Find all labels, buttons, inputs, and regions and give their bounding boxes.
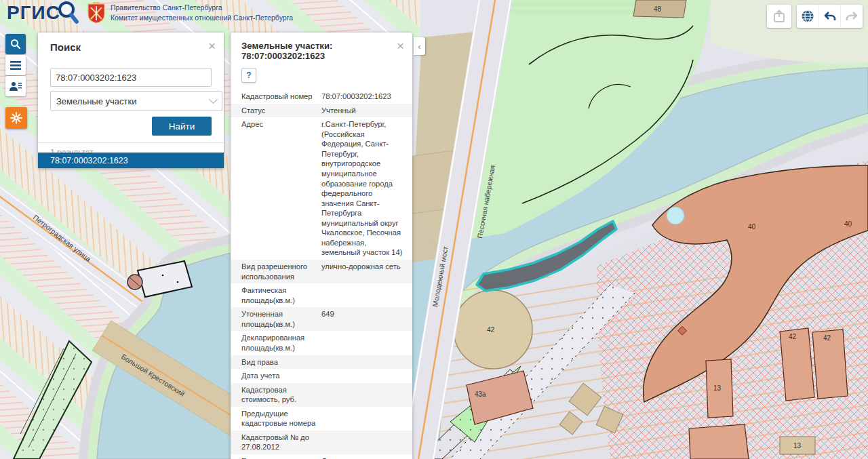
- rgis-app: 48 40 40 42: [0, 0, 868, 459]
- building-label: 43а: [475, 391, 486, 398]
- table-row: Вид разрешенного использованияулично-дор…: [231, 260, 412, 283]
- spb-crest-icon: [87, 2, 105, 24]
- globe-button[interactable]: [797, 5, 818, 28]
- building-label: 42: [823, 334, 831, 342]
- building-red-bottom: [689, 424, 749, 459]
- attribute-label: Дата учета: [241, 371, 321, 381]
- attribute-value: Да: [321, 456, 403, 459]
- attribute-value: [321, 333, 403, 353]
- attribute-label: Адрес: [241, 119, 321, 258]
- attribute-label: Декларированная площадь(кв.м.): [241, 333, 321, 353]
- undo-button[interactable]: [818, 5, 841, 28]
- magnifier-logo-icon: [56, 0, 79, 26]
- redo-arrow-icon: [845, 11, 859, 22]
- building-42b: 42: [812, 330, 848, 399]
- info-panel-title: Земельные участки: 78:07:0003202:1623: [231, 33, 412, 66]
- table-row: Фактическая площадь(кв.м.): [231, 283, 412, 307]
- attribute-value: улично-дорожная сеть: [321, 262, 403, 281]
- green-strip: [503, 1, 635, 7]
- panel-collapse-tab[interactable]: ‹: [414, 37, 425, 55]
- chevron-left-icon: ‹: [418, 41, 420, 52]
- building-label: 13: [793, 442, 802, 450]
- globe-icon: [801, 9, 814, 23]
- attribute-value: [321, 409, 403, 428]
- attribute-value: Учтенный: [321, 106, 403, 116]
- attribute-value: [321, 357, 403, 367]
- close-icon[interactable]: ×: [397, 39, 404, 52]
- divider: [38, 142, 224, 143]
- search-panel-title: Поиск: [38, 33, 224, 53]
- attribute-label: Фактическая площадь(кв.м.): [241, 285, 321, 305]
- redo-button[interactable]: [840, 5, 863, 28]
- table-row: Кадастровая стоимость, руб.: [231, 383, 412, 407]
- attribute-table: Кадастровый номер78:07:0003202:1623Стату…: [231, 89, 412, 459]
- building-42-circle: 42: [454, 290, 532, 369]
- rgis-logo-text: РГИС: [7, 2, 60, 23]
- attribute-value: 649: [321, 309, 403, 329]
- building-label: 42: [487, 326, 495, 334]
- rgis-services-button[interactable]: [5, 107, 27, 129]
- org-line1: Правительство Санкт-Петербурга: [111, 3, 293, 13]
- attribute-value: [321, 385, 403, 405]
- parcel-info-panel: Земельные участки: 78:07:0003202:1623 × …: [231, 33, 412, 459]
- building-42a: 42: [780, 328, 814, 401]
- close-icon[interactable]: ×: [208, 39, 216, 52]
- building-label: 13: [713, 384, 722, 392]
- table-row: Предыдущие кадастровые номера: [231, 407, 412, 431]
- green-strip: [503, 9, 635, 14]
- attribute-value: [321, 371, 403, 381]
- search-panel: Поиск × Земельные участки Найти 1 резуль…: [38, 33, 224, 168]
- category-select[interactable]: Земельные участки: [50, 91, 222, 111]
- attribute-label: Кадастровый № до 27.08.2012: [241, 433, 321, 452]
- compass-rose-icon: [10, 112, 22, 124]
- building-13-box: 13: [780, 437, 815, 454]
- table-row: Уточненная площадь(кв.м.)649: [231, 307, 412, 331]
- category-select-value: Земельные участки: [56, 96, 136, 106]
- building-label: 40: [748, 223, 756, 231]
- search-tool-button[interactable]: [5, 34, 26, 54]
- attribute-label: Вид права: [241, 357, 321, 367]
- rgis-logo[interactable]: РГИС: [7, 2, 78, 24]
- org-line2: Комитет имущественных отношений Санкт-Пе…: [111, 13, 293, 23]
- share-button[interactable]: [767, 5, 791, 28]
- building-label: 48: [654, 5, 662, 13]
- export-icon: [773, 9, 785, 23]
- building-label: 42: [789, 333, 797, 340]
- table-row: Вид права: [231, 355, 412, 370]
- find-button[interactable]: Найти: [152, 117, 212, 136]
- search-icon: [10, 39, 21, 49]
- user-list-button[interactable]: [5, 76, 26, 96]
- attribute-value: [321, 433, 403, 452]
- attribute-label: Есть кадастровая съёмка?: [241, 456, 321, 459]
- attribute-label: Кадастровая стоимость, руб.: [241, 385, 321, 405]
- attribute-value: [321, 285, 403, 305]
- table-row: Кадастровый номер78:07:0003202:1623: [231, 89, 412, 104]
- pond: [667, 207, 684, 224]
- header: РГИС Правительство Санкт-Петербурга Коми…: [7, 2, 293, 24]
- map-nav-group: [797, 5, 863, 28]
- layers-menu-button[interactable]: [5, 55, 26, 75]
- undo-arrow-icon: [823, 11, 837, 22]
- result-item-selected[interactable]: 78:07:0003202:1623: [38, 153, 224, 168]
- table-row: Адресг.Санкт-Петербург, (Российская Феде…: [231, 117, 412, 260]
- building-label: 40: [844, 220, 852, 228]
- hamburger-icon: [10, 61, 21, 70]
- attribute-label: Уточненная площадь(кв.м.): [241, 309, 321, 329]
- table-row: Кадастровый № до 27.08.2012: [231, 431, 412, 454]
- attribute-label: Кадастровый номер: [241, 92, 321, 102]
- attribute-label: Вид разрешенного использования: [241, 262, 321, 281]
- attribute-label: Статус: [241, 106, 321, 116]
- search-input[interactable]: [50, 68, 212, 87]
- table-row: Декларированная площадь(кв.м.): [231, 331, 412, 355]
- table-row: СтатусУчтенный: [231, 104, 412, 118]
- building-13a: 13: [706, 359, 733, 418]
- attribute-value: г.Санкт-Петербург, (Российская Федерация…: [321, 119, 403, 258]
- attribute-label: Предыдущие кадастровые номера: [241, 409, 321, 428]
- building-48: 48: [633, 0, 686, 18]
- table-row: Дата учета: [231, 369, 412, 383]
- user-list-icon: [9, 81, 22, 92]
- chevron-down-icon: [209, 95, 218, 104]
- table-row: Есть кадастровая съёмка?Да: [231, 454, 412, 459]
- attribute-value: 78:07:0003202:1623: [321, 92, 403, 102]
- help-button[interactable]: ?: [241, 68, 256, 83]
